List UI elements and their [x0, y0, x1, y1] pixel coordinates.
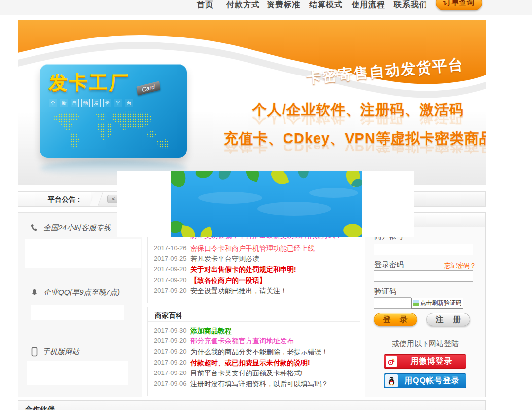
news-title[interactable]: 密保口令卡和商户手机管理功能已经上线	[190, 244, 315, 253]
mobile-site-row: 手机版网站	[31, 347, 79, 357]
password-label: 登录密码	[374, 261, 404, 270]
news-title[interactable]: 部分充值卡余额官方查询地址发布	[190, 337, 294, 346]
nav-item-settlement[interactable]: 结算模式	[309, 0, 343, 11]
sidebar-divider	[20, 333, 140, 333]
subtitle-char: 卡	[103, 99, 111, 107]
alt-login-text: 或使用以下网站登陆	[365, 339, 485, 349]
news-date: 2017-09-25	[154, 255, 187, 262]
mobile-phone-icon	[31, 347, 38, 357]
news-title[interactable]: 【致各位商户的一段话】	[190, 276, 266, 285]
subtitle-char: 全	[49, 99, 57, 107]
news-title[interactable]: 若凡发卡平台守则必读	[190, 255, 259, 263]
qq-login-button[interactable]: 用QQ帐号登录	[384, 373, 466, 388]
password-input[interactable]	[374, 270, 473, 282]
captcha-label: 验证码	[374, 287, 396, 296]
nav-item-home[interactable]: 首页	[197, 0, 213, 11]
news-date: 2017-10-26	[154, 244, 187, 252]
partners-section: 合作伙伴	[18, 400, 486, 410]
news-title[interactable]: 为什么我的商品分类不能删除，老提示错误！	[190, 348, 328, 357]
merchant-login-panel: 商户帐号 登录密码 忘记密码？ 验证码 点击刷新验证码 登 录 注 册 或使用以…	[365, 212, 486, 397]
announcement-label: 平台公告：	[48, 195, 82, 204]
news-date: 2017-09-20	[154, 369, 187, 376]
dotted-world-map	[51, 109, 178, 156]
sidebar: 全国24小时客服专线 企业QQ(早9点至晚7点) 手机版网站	[18, 212, 142, 397]
nav-item-pricing[interactable]: 资费标准	[267, 0, 300, 11]
brand-card-tag: Card	[136, 81, 160, 96]
login-button[interactable]: 登 录	[374, 313, 417, 326]
news-title[interactable]: 注册时没有填写详细资料，以后可以填写吗？	[190, 380, 328, 389]
qq-contact-area	[31, 305, 124, 320]
news-row: 2017-09-30 添加商品教程	[148, 327, 360, 335]
subtitle-char: 发	[92, 99, 101, 107]
page: 首页 付款方式 资费标准 结算模式 使用流程 联系我们 订单查询 卡密寄售自动发…	[0, 0, 532, 410]
weibo-login-label: 用微博登录	[397, 356, 466, 367]
news-date: 2017-09-30	[154, 327, 187, 334]
qq-color-icon	[385, 374, 398, 387]
account-input[interactable]	[374, 244, 473, 255]
news-row: 2017-09-20 目前平台卡类支付的面额及卡种格式!	[148, 369, 360, 377]
merchant-wiki-box: 商家百科 2017-09-30 添加商品教程 2017-09-20 部分充值卡余…	[147, 307, 360, 396]
news-title[interactable]: 添加商品教程	[190, 327, 232, 335]
news-row: 2017-09-20 关于对出售假卡的处罚规定和申明!	[148, 265, 360, 274]
merchant-wiki-header: 商家百科	[155, 311, 182, 320]
nav-item-workflow[interactable]: 使用流程	[352, 0, 385, 11]
announcement-diagonal-divider	[90, 192, 104, 206]
news-row: 2017-10-26 密保口令卡和商户手机管理功能已经上线	[148, 244, 360, 253]
qq-row: 企业QQ(早9点至晚7点)	[30, 288, 120, 297]
news-title[interactable]: 安全设置功能已推出，请关注！	[190, 287, 287, 296]
news-row: 2017-09-25 若凡发卡平台守则必读	[148, 255, 360, 263]
subtitle-char: 新	[60, 99, 68, 107]
hotline-row: 全国24小时客服专线	[30, 224, 111, 233]
news-row: 2017-09-20 安全设置功能已推出，请关注！	[148, 287, 360, 295]
news-row: 2017-09-20 付款超时、或已扣费显示未付款的说明!	[148, 359, 360, 367]
register-button[interactable]: 注 册	[426, 313, 470, 326]
forgot-password-link[interactable]: 忘记密码？	[444, 261, 476, 270]
news-date: 2017-09-20	[154, 337, 187, 344]
captcha-input[interactable]	[374, 297, 411, 309]
brand-logo-text: 发卡工厂	[49, 70, 130, 95]
news-title[interactable]: 付款超时、或已扣费显示未付款的说明!	[190, 359, 310, 368]
news-date: 2017-09-20	[154, 348, 187, 355]
news-date: 2017-09-20	[154, 276, 187, 284]
news-row: 2017-09-20 【致各位商户的一段话】	[148, 276, 360, 285]
sidebar-divider	[20, 275, 140, 275]
panel-divider	[369, 334, 481, 334]
partners-title: 合作伙伴	[25, 405, 55, 410]
news-date: 2017-09-20	[154, 359, 187, 366]
news-row: 2017-09-20 部分充值卡余额官方查询地址发布	[148, 337, 360, 345]
banner-line2-reflection: 充值卡、CDkey、VPN等虚拟卡密类商品	[224, 145, 486, 156]
captcha-refresh-label: 点击刷新验证码	[420, 299, 461, 307]
subtitle-char: 平	[114, 99, 122, 107]
nav-item-contact[interactable]: 联系我们	[394, 0, 427, 11]
news-title[interactable]: 关于对出售假卡的处罚规定和申明!	[190, 265, 296, 274]
banner-line1-reflection: 个人/企业软件、注册码、激活码	[224, 116, 486, 127]
popup-overlay	[117, 171, 414, 237]
news-date: 2017-09-06	[154, 380, 187, 387]
news-date: 2017-09-20	[154, 287, 187, 294]
weibo-icon	[386, 356, 397, 367]
nav-item-payment[interactable]: 付款方式	[226, 0, 260, 11]
news-row: 2017-09-06 注册时没有填写详细资料，以后可以填写吗？	[148, 380, 360, 388]
order-query-button[interactable]: 订单查询	[436, 0, 482, 10]
hotline-label: 全国24小时客服专线	[43, 224, 111, 233]
captcha-image-icon	[413, 300, 419, 306]
qq-login-label: 用QQ帐号登录	[398, 376, 466, 386]
brand-card-subtitle: 全 新 自 动 发 卡 平 台	[49, 99, 136, 107]
top-navigation: 首页 付款方式 资费标准 结算模式 使用流程 联系我们 订单查询	[0, 0, 532, 15]
news-date: 2017-09-20	[154, 265, 187, 273]
news-row: 2017-09-20 为什么我的商品分类不能删除，老提示错误！	[148, 348, 360, 356]
phone-icon	[30, 224, 39, 233]
weibo-login-button[interactable]: 用微博登录	[384, 354, 466, 369]
captcha-refresh-button[interactable]: 点击刷新验证码	[411, 298, 463, 309]
brand-card-graphic: 发卡工厂 Card 全 新 自 动 发 卡 平 台	[40, 64, 187, 158]
popup-image[interactable]	[171, 171, 362, 237]
hero-banner: 卡密寄售自动发货平台 发卡工厂 Card 全 新 自 动 发 卡 平 台	[18, 20, 486, 185]
subtitle-char: 自	[71, 99, 79, 107]
news-title[interactable]: 目前平台卡类支付的面额及卡种格式!	[190, 369, 303, 378]
qq-label: 企业QQ(早9点至晚7点)	[43, 288, 120, 297]
mobile-qr-area	[27, 361, 128, 385]
subtitle-char: 动	[81, 99, 90, 107]
qq-penguin-icon	[30, 288, 39, 297]
hotline-number-area	[25, 239, 141, 268]
mobile-site-label: 手机版网站	[42, 347, 79, 357]
